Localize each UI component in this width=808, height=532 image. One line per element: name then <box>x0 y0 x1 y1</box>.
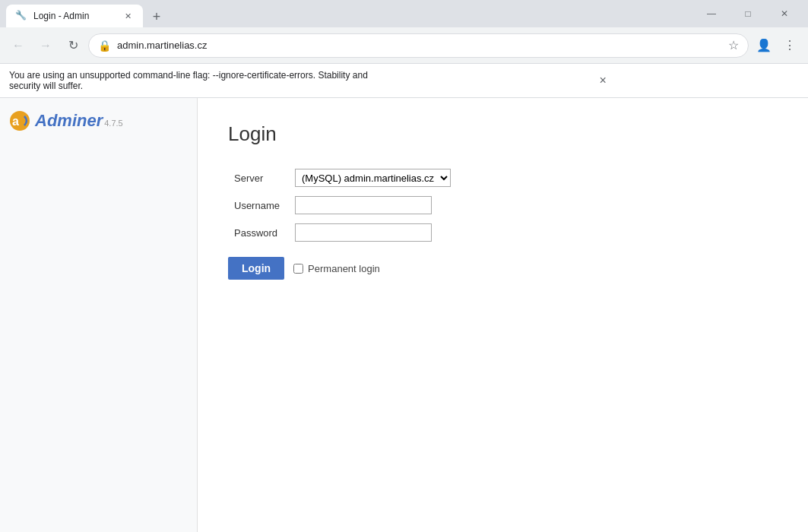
bookmark-icon[interactable]: ☆ <box>728 38 739 52</box>
login-form: Server (MySQL) admin.martinelias.cz User… <box>228 164 532 280</box>
login-button[interactable]: Login <box>228 257 284 280</box>
minimize-button[interactable]: — <box>694 2 729 26</box>
password-input[interactable] <box>295 223 432 242</box>
profile-button[interactable]: 👤 <box>752 33 776 58</box>
warning-close-button[interactable]: × <box>407 74 800 87</box>
username-label: Username <box>228 192 289 219</box>
permanent-login-text: Permanent login <box>308 263 380 274</box>
username-input[interactable] <box>295 196 432 214</box>
server-select-wrap: (MySQL) admin.martinelias.cz <box>295 169 526 187</box>
browser-tab[interactable]: 🔧 Login - Admin ✕ <box>6 5 143 27</box>
url-input[interactable] <box>117 40 722 51</box>
close-window-button[interactable]: ✕ <box>767 2 802 26</box>
secure-icon: 🔒 <box>98 40 111 52</box>
main-content: Login Server (MySQL) admin.martinelias.c… <box>198 98 808 532</box>
tab-favicon: 🔧 <box>15 10 27 22</box>
adminer-icon: a <box>9 110 30 131</box>
adminer-logo: a Adminer4.7.5 <box>9 110 188 131</box>
page-title: Login <box>228 122 778 146</box>
chrome-menu-button[interactable]: ⋮ <box>778 33 802 58</box>
maximize-button[interactable]: □ <box>730 2 765 26</box>
server-select[interactable]: (MySQL) admin.martinelias.cz <box>295 169 451 187</box>
forward-button[interactable]: → <box>33 33 58 58</box>
address-bar[interactable]: 🔒 ☆ <box>88 33 749 58</box>
permanent-login-checkbox[interactable] <box>293 264 303 274</box>
password-row: Password <box>228 219 532 246</box>
username-row: Username <box>228 192 532 219</box>
permanent-login-label[interactable]: Permanent login <box>293 263 380 274</box>
warning-text: You are using an unsupported command-lin… <box>9 70 401 91</box>
form-table: Server (MySQL) admin.martinelias.cz User… <box>228 164 532 246</box>
form-actions: Login Permanent login <box>228 257 532 280</box>
reload-button[interactable]: ↻ <box>61 33 85 58</box>
server-row: Server (MySQL) admin.martinelias.cz <box>228 164 532 192</box>
warning-banner: You are using an unsupported command-lin… <box>0 64 808 98</box>
svg-text:a: a <box>12 115 19 128</box>
tab-title: Login - Admin <box>33 11 116 21</box>
adminer-brand-text: Adminer4.7.5 <box>35 111 123 131</box>
new-tab-button[interactable]: + <box>146 6 167 27</box>
tab-close-button[interactable]: ✕ <box>122 10 134 22</box>
password-label: Password <box>228 219 289 246</box>
sidebar: a Adminer4.7.5 <box>0 98 198 532</box>
back-button[interactable]: ← <box>6 33 30 58</box>
server-label: Server <box>228 164 289 192</box>
